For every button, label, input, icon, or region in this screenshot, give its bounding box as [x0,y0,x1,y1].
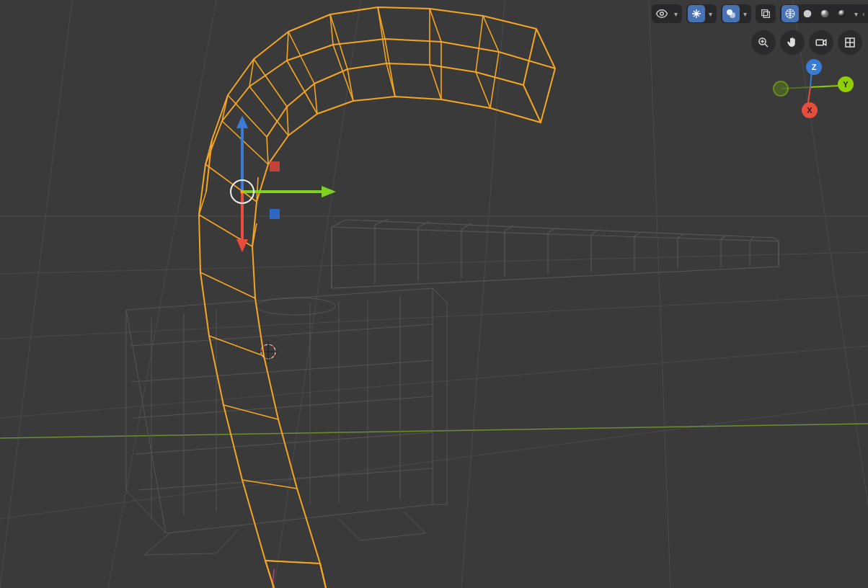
xray-toggle[interactable] [756,4,776,23]
svg-marker-99 [236,239,248,252]
svg-point-25 [256,298,335,315]
svg-line-74 [287,107,288,135]
svg-point-101 [241,190,244,194]
svg-point-108 [804,10,812,18]
svg-line-5 [0,0,72,588]
shading-solid-button[interactable] [799,5,816,22]
svg-point-110 [838,10,846,18]
svg-line-91 [265,561,320,564]
svg-line-90 [242,480,297,489]
svg-line-20 [130,324,433,346]
svg-point-109 [821,10,829,18]
xray-icon [757,5,774,22]
svg-line-45 [634,232,641,236]
svg-line-63 [385,39,395,97]
svg-rect-106 [763,12,769,17]
svg-line-1 [0,252,868,274]
svg-line-22 [133,396,433,418]
gizmo-dropdown[interactable]: ▾ [686,4,717,23]
move-gizmo [231,115,336,252]
gizmo-icon [688,5,705,22]
svg-line-89 [223,405,278,419]
viewport-3d[interactable]: ▾ ▾ ▾ [0,0,868,588]
svg-line-71 [287,61,317,114]
axis-z-handle[interactable]: Z [806,59,822,75]
svg-line-76 [254,59,287,107]
svg-point-104 [730,12,735,18]
svg-line-8 [461,0,505,588]
svg-line-66 [347,69,353,101]
svg-line-41 [461,223,471,229]
svg-line-47 [721,236,726,239]
svg-rect-105 [762,10,768,16]
svg-line-3 [0,346,868,418]
overlays-dropdown[interactable]: ▾ [721,4,751,23]
svg-line-64 [378,7,386,63]
svg-point-102 [660,12,664,16]
svg-line-88 [209,336,264,356]
svg-line-21 [131,360,433,382]
shading-wireframe-button[interactable] [781,5,799,22]
cursor-3d [258,342,278,362]
shading-mode-group: ▾ [780,4,862,23]
svg-line-6 [108,0,216,588]
axis-label: Z [812,63,817,71]
svg-rect-92 [270,161,280,172]
orbit-nav-gizmo[interactable]: Y X Z [767,43,854,130]
svg-line-11 [0,424,868,438]
svg-line-87 [200,272,255,298]
svg-line-67 [333,45,353,101]
svg-line-4 [0,404,868,519]
svg-line-72 [288,32,314,84]
svg-line-54 [476,72,490,108]
svg-line-56 [476,16,483,72]
viewport-header: ▾ ▾ ▾ [652,4,862,23]
shading-matprev-button[interactable] [816,5,833,22]
chevron-down-icon: ▾ [705,10,715,18]
svg-line-78 [267,137,268,164]
axis-label: Y [843,80,848,89]
svg-line-46 [678,234,683,238]
scene-wireframe [0,0,868,588]
svg-line-57 [430,9,441,42]
axis-neg-y-handle[interactable] [773,81,789,97]
object-visibility-dropdown[interactable]: ▾ [652,4,682,23]
axis-y-handle[interactable]: Y [838,76,854,92]
axis-x-handle[interactable]: X [802,102,818,118]
svg-line-39 [375,219,388,225]
sidebar-toggle[interactable]: ‹ [859,4,868,23]
svg-rect-93 [270,209,280,219]
svg-line-9 [649,0,670,588]
eye-icon [653,5,670,22]
svg-line-53 [483,16,499,52]
svg-line-58 [430,65,441,99]
chevron-down-icon: ▾ [670,10,681,18]
svg-line-40 [418,221,430,227]
svg-line-28 [332,220,346,227]
overlays-icon [722,5,740,22]
svg-marker-97 [236,115,248,128]
svg-line-69 [287,32,288,61]
chevron-down-icon: ▾ [740,10,750,18]
axis-label: X [807,106,812,115]
svg-marker-95 [322,186,336,197]
svg-line-75 [249,86,288,135]
shading-rendered-button[interactable] [833,5,851,22]
